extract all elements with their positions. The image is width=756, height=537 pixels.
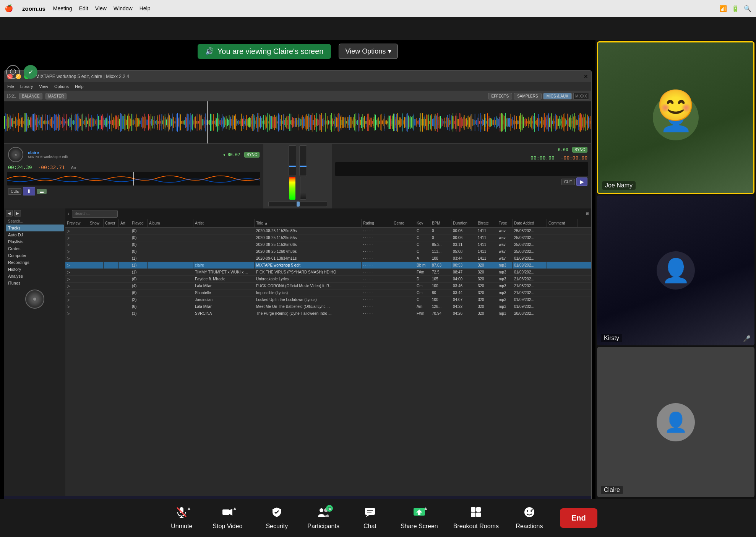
table-row[interactable]: ▷ (4) Lala Milan FUCK CORONA (Official M… — [65, 283, 591, 290]
table-row[interactable]: ▷ (0) 2020-08-25 11h29m39s · · · · · C 0… — [65, 228, 591, 234]
menu-meeting[interactable]: Meeting — [53, 5, 72, 11]
mini-waveform-right[interactable] — [335, 162, 588, 176]
mixxx-menu-file[interactable]: File — [7, 84, 14, 89]
sidebar-item-recordings[interactable]: Recordings — [6, 259, 64, 266]
svg-rect-437 — [346, 117, 346, 128]
cell-key: C — [415, 234, 430, 241]
master-btn[interactable]: MASTER — [45, 93, 67, 99]
cell-art — [119, 276, 130, 282]
sidebar-search[interactable]: Search... — [6, 218, 64, 225]
fader-1[interactable] — [289, 145, 296, 176]
svg-rect-727 — [573, 114, 573, 130]
crossfader[interactable] — [268, 201, 328, 207]
cell-rating: · · · · · — [362, 248, 392, 255]
table-row[interactable]: ▷ (3) SVRCINA The Purge (Remix) (Dyne Ha… — [65, 310, 591, 317]
mics-aux-tab[interactable]: MICS & AUX — [543, 93, 572, 99]
crossfader-handle — [297, 202, 300, 207]
participant-video-joe[interactable]: 👤 Joe Namy — [597, 41, 754, 194]
reactions-button[interactable]: + Reactions — [506, 503, 552, 534]
svg-rect-21 — [20, 120, 21, 124]
participants-button[interactable]: 3 ▲ Participants — [300, 503, 347, 534]
lib-back-button[interactable]: ◀ — [6, 210, 13, 216]
sidebar-item-history[interactable]: History — [6, 266, 64, 273]
table-row[interactable]: ▷ (1) TIMMY TRUMPET x WUKI x ... F CK TH… — [65, 269, 591, 276]
waveform-overview[interactable]: // We'll use the SVG directly, no script… — [4, 101, 591, 143]
sidebar-item-tracks[interactable]: Tracks — [6, 225, 64, 231]
table-row[interactable]: ▷ (0) 2020-08-25 12h07m36s · · · · · C 1… — [65, 248, 591, 255]
sidebar-item-analyse[interactable]: Analyse — [6, 273, 64, 280]
cell-artist — [193, 241, 255, 248]
lib-forward-button[interactable]: ▶ — [14, 210, 21, 216]
participant-video-claire[interactable]: 👤 Claire — [597, 347, 754, 497]
table-row[interactable]: ▷ (6) Faydee ft. Miracle Unbreakable Lyr… — [65, 276, 591, 283]
shield-button[interactable]: ✓ — [24, 65, 37, 79]
search-icon[interactable]: 🔍 — [744, 5, 751, 12]
mini-waveform-left[interactable] — [7, 172, 260, 186]
svg-rect-41 — [36, 119, 36, 125]
mixxx-close-icon[interactable]: ✕ — [584, 73, 588, 80]
sidebar-item-playlists[interactable]: Playlists — [6, 238, 64, 245]
svg-rect-67 — [56, 114, 57, 130]
menu-view[interactable]: View — [95, 5, 107, 11]
menu-window[interactable]: Window — [114, 5, 133, 11]
balance-btn[interactable]: BALANCE — [19, 93, 42, 99]
table-row[interactable]: ▷ (0) 2020-08-25 11h29m55s · · · · · C 0… — [65, 234, 591, 241]
unmute-button[interactable]: ▲ Unmute — [159, 503, 204, 534]
end-meeting-button[interactable]: End — [560, 508, 597, 528]
svg-rect-230 — [183, 121, 184, 124]
deck-right: 0.00 SYNC 00:00.00 -00:00.00 CUE ▶ — [332, 144, 591, 208]
mixxx-menu-help[interactable]: Help — [75, 84, 84, 89]
menu-edit[interactable]: Edit — [79, 5, 88, 11]
effects-tab[interactable]: EFFECTS — [488, 93, 513, 99]
play-right-button[interactable]: ▶ — [576, 177, 587, 186]
mixxx-menu-options[interactable]: Options — [54, 84, 69, 89]
fader-2[interactable] — [299, 145, 307, 176]
table-row[interactable]: ▷ (6) Lala Milan Meet Me On The Battlefi… — [65, 303, 591, 310]
table-row[interactable]: ▷ (1) claire MIXTAPE workshop 5 edit · ·… — [65, 262, 591, 269]
table-row[interactable]: ▷ (1) 2020-09-01 13h34m11s · · · · · A 1… — [65, 255, 591, 262]
sidebar-item-computer[interactable]: Computer — [6, 252, 64, 259]
play-left-button[interactable]: ⏸ — [23, 187, 35, 195]
view-options-button[interactable]: View Options ▾ — [339, 44, 398, 59]
mixxx-menu-library[interactable]: Library — [20, 84, 33, 89]
cue-right-button[interactable]: CUE — [561, 179, 575, 185]
stop-video-button[interactable]: ▲ Stop Video — [204, 503, 250, 534]
svg-rect-106 — [86, 117, 87, 127]
library-search-input[interactable] — [72, 210, 118, 218]
share-screen-button[interactable]: ▲ Share Screen — [393, 503, 446, 534]
svg-rect-2 — [5, 113, 6, 132]
cell-title: Unbreakable Lyrics — [255, 276, 362, 282]
table-row[interactable]: ▷ (2) Jordindian Locked Up In the Lockdo… — [65, 296, 591, 303]
svg-rect-279 — [222, 114, 222, 131]
table-row[interactable]: ▷ (0) 2020-08-25 11h36m06s · · · · · C 8… — [65, 241, 591, 248]
security-button[interactable]: Security — [254, 503, 300, 534]
cue-left-button[interactable]: CUE — [8, 188, 21, 195]
cell-duration: 08:47 — [451, 269, 476, 275]
mixxx-menu-view[interactable]: View — [39, 84, 48, 89]
menu-help[interactable]: Help — [140, 5, 151, 11]
svg-rect-413 — [327, 120, 328, 125]
svg-rect-34 — [30, 117, 31, 127]
loop-indicator: ▬ — [37, 189, 47, 194]
col-artist[interactable]: Artist — [193, 219, 255, 227]
col-show[interactable]: Show — [88, 219, 104, 227]
breakout-rooms-button[interactable]: Breakout Rooms — [446, 503, 506, 534]
col-title[interactable]: Title ▲ — [255, 219, 362, 227]
participant-video-kirsty[interactable]: 👤 Kirsty 🎤 — [597, 195, 754, 346]
sync-left-button[interactable]: SYNC — [244, 152, 260, 158]
samplers-tab[interactable]: SAMPLERS — [514, 93, 541, 99]
info-button[interactable]: ⓘ — [6, 65, 20, 79]
chat-button[interactable]: Chat — [347, 503, 393, 534]
sidebar-item-auto-dj[interactable]: Auto DJ — [6, 231, 64, 238]
sidebar-item-itunes[interactable]: iTunes — [6, 280, 64, 286]
svg-rect-667 — [526, 118, 526, 127]
app-name[interactable]: zoom.us — [22, 5, 45, 12]
svg-rect-370 — [293, 118, 294, 127]
sync-right-button[interactable]: SYNC — [572, 147, 587, 153]
svg-rect-254 — [202, 119, 203, 125]
vinyl-left[interactable]: ◉ — [8, 147, 23, 162]
svg-rect-376 — [298, 114, 299, 130]
apple-menu[interactable]: 🍎 — [5, 4, 13, 13]
table-row[interactable]: ▷ (6) Shontelle Impossible (Lyrics) · · … — [65, 290, 591, 296]
sidebar-item-crates[interactable]: Crates — [6, 245, 64, 252]
